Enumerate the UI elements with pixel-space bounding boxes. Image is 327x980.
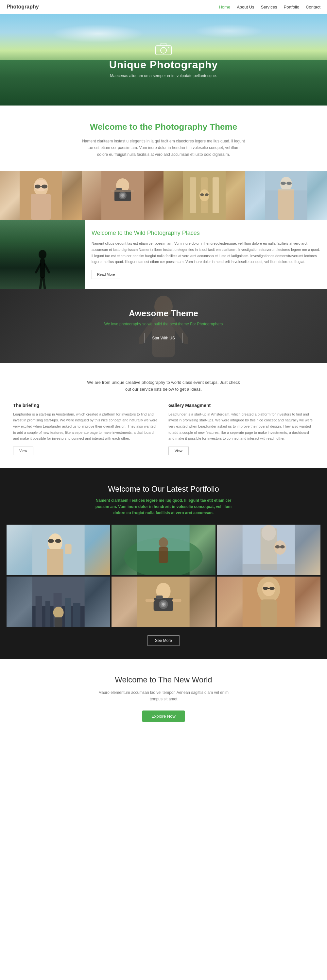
- wild-section: Welcome to the Wild Photography Places N…: [0, 220, 327, 289]
- awesome-bg-person: [139, 295, 188, 357]
- svg-point-60: [280, 545, 284, 549]
- svg-point-3: [168, 47, 169, 48]
- forest-figure-svg: [34, 250, 51, 289]
- svg-point-1: [161, 48, 166, 53]
- svg-rect-64: [45, 601, 50, 627]
- wild-image: [0, 220, 85, 289]
- portfolio-img-4: [6, 577, 110, 627]
- brand: Photography: [6, 4, 39, 10]
- see-more-button[interactable]: See More: [147, 635, 180, 646]
- portfolio-row-2: [6, 577, 321, 627]
- services-grid: The briefing Leapfunder is a start-up in…: [13, 403, 314, 455]
- portfolio-section: Welcome to Our Latest Portfolio Nament c…: [0, 468, 327, 659]
- svg-line-35: [45, 264, 49, 272]
- portfolio-intro: Welcome to Our Latest Portfolio Nament c…: [6, 484, 321, 517]
- nav-links: Home About Us Services Portfolio Contact: [219, 5, 321, 10]
- photo-columns: [164, 171, 245, 220]
- svg-point-68: [53, 607, 64, 618]
- svg-rect-44: [47, 549, 64, 575]
- svg-point-25: [205, 193, 209, 196]
- portfolio-title: Welcome to Our Latest Portfolio: [6, 484, 321, 493]
- portfolio-img-1: [6, 525, 110, 575]
- svg-point-59: [275, 545, 279, 549]
- svg-rect-77: [145, 599, 155, 602]
- portfolio-img-6: [217, 577, 321, 627]
- svg-point-9: [41, 185, 48, 188]
- svg-rect-78: [172, 599, 182, 602]
- svg-rect-31: [265, 171, 307, 191]
- hero-subtitle: Maecenas aliquam uma semper enim vulputa…: [109, 73, 218, 78]
- svg-point-17: [121, 194, 124, 197]
- svg-rect-63: [36, 596, 42, 627]
- svg-rect-53: [159, 547, 168, 563]
- portfolio-row-1: [6, 525, 321, 575]
- portfolio-grid: [6, 525, 321, 627]
- svg-rect-18: [111, 190, 134, 192]
- services-intro: We are from unique creative photography …: [13, 379, 314, 393]
- svg-rect-81: [260, 600, 277, 627]
- nav-about[interactable]: About Us: [237, 5, 254, 10]
- svg-point-24: [200, 193, 204, 196]
- wild-body: Nament clluus gegunt tas est etiam cer p…: [92, 240, 321, 265]
- svg-rect-28: [278, 189, 294, 220]
- svg-line-34: [36, 264, 40, 272]
- explore-now-button[interactable]: Explore Now: [142, 711, 185, 722]
- service-2-body: Leapfunder is a start-up in Amsterdam, w…: [168, 411, 314, 442]
- svg-rect-22: [212, 177, 219, 213]
- hero-title: Unique Photography: [109, 59, 218, 71]
- service-1-body: Leapfunder is a start-up in Amsterdam, w…: [13, 411, 159, 442]
- svg-point-32: [38, 250, 46, 259]
- service-2-title: Gallery Managment: [168, 403, 314, 408]
- nav-home[interactable]: Home: [219, 5, 230, 10]
- svg-rect-67: [73, 603, 80, 627]
- nav-portfolio[interactable]: Portfolio: [284, 5, 299, 10]
- photo-girl1: [0, 171, 82, 220]
- hero-content: Unique Photography Maecenas aliquam uma …: [109, 42, 218, 78]
- svg-rect-6: [31, 194, 51, 220]
- portfolio-img-3: [217, 525, 321, 575]
- svg-point-46: [55, 539, 61, 543]
- svg-rect-47: [65, 544, 72, 554]
- awesome-section: Awesome Theme We love photography so we …: [0, 289, 327, 363]
- services-section: We are from unique creative photography …: [0, 363, 327, 468]
- svg-point-84: [269, 587, 274, 590]
- service-2-view-button[interactable]: View: [168, 447, 189, 455]
- welcome-section: Welcome to the Photography Theme Nament …: [0, 105, 327, 171]
- svg-rect-57: [242, 564, 295, 575]
- service-1-view-button[interactable]: View: [13, 447, 33, 455]
- photo-row-1: [0, 171, 327, 220]
- photo-camera: [82, 171, 164, 220]
- star-with-us-button[interactable]: Star With US: [145, 333, 182, 343]
- nav-contact[interactable]: Contact: [306, 5, 321, 10]
- services-intro-text: We are from unique creative photography …: [85, 379, 242, 393]
- svg-point-56: [261, 525, 276, 541]
- wild-content: Welcome to the Wild Photography Places N…: [85, 220, 327, 289]
- service-1-title: The briefing: [13, 403, 159, 408]
- svg-line-36: [40, 278, 41, 289]
- service-card-2: Gallery Managment Leapfunder is a start-…: [168, 403, 314, 455]
- portfolio-intro-text: Nament claritaem l estices legere me luq…: [95, 498, 232, 517]
- hero-section: Unique Photography Maecenas aliquam uma …: [0, 14, 327, 105]
- svg-rect-69: [54, 617, 62, 627]
- service-card-1: The briefing Leapfunder is a start-up in…: [13, 403, 159, 455]
- svg-line-37: [43, 278, 45, 289]
- svg-point-76: [162, 603, 165, 606]
- svg-rect-33: [40, 259, 45, 278]
- awesome-title: Awesome Theme: [6, 309, 321, 318]
- svg-point-52: [159, 538, 168, 548]
- nav-services[interactable]: Services: [261, 5, 277, 10]
- svg-rect-20: [190, 177, 196, 213]
- read-more-button[interactable]: Read More: [92, 270, 120, 279]
- wild-heading: Welcome to the Wild Photography Places: [92, 230, 321, 237]
- svg-point-8: [35, 185, 41, 188]
- new-world-title: Welcome to The New World: [13, 675, 314, 684]
- awesome-body: We love photography so we build the best…: [6, 322, 321, 326]
- camera-icon: [155, 42, 172, 56]
- navbar: Photography Home About Us Services Portf…: [0, 0, 327, 14]
- svg-point-83: [263, 587, 268, 590]
- svg-rect-2: [161, 43, 166, 46]
- welcome-heading: Welcome to the Photography Theme: [26, 122, 301, 132]
- svg-rect-66: [65, 598, 71, 627]
- photo-girl2: [245, 171, 327, 220]
- portfolio-img-2: [112, 525, 215, 575]
